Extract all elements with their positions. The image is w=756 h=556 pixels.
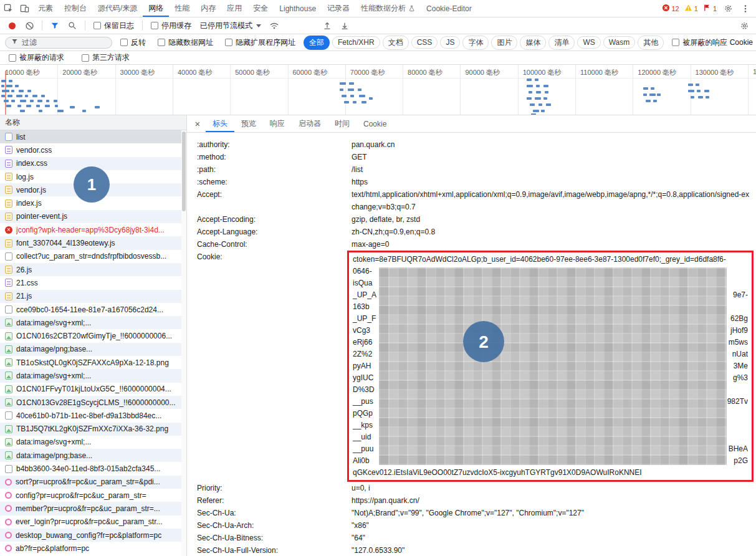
detail-tab[interactable]: 预览 — [234, 115, 263, 132]
filter-pill[interactable]: WS — [577, 36, 600, 49]
request-row[interactable]: data:image/svg+xml;... — [0, 436, 186, 449]
clear-network-log-button[interactable] — [21, 21, 37, 31]
hide-extension-urls-checkbox[interactable]: 隐藏扩展程序网址 — [225, 37, 295, 48]
request-row[interactable]: pointer-event.js — [0, 210, 186, 223]
request-row[interactable]: 26.js — [0, 263, 186, 276]
request-row[interactable]: jconfig?wpk-header=app%3Dcy68jy8t-3i4d..… — [0, 223, 186, 236]
devtools-tab[interactable]: 源代码/来源 — [92, 0, 143, 17]
name-column-header[interactable]: 名称 — [0, 115, 186, 130]
close-detail-button[interactable]: × — [189, 115, 206, 132]
devtools-tab[interactable]: 性能数据分析 — [355, 0, 421, 17]
img-file-icon — [5, 371, 12, 380]
throttling-dropdown[interactable]: 已停用节流模式 — [200, 21, 261, 31]
request-row[interactable]: sort?pr=ucpro&fr=pc&uc_param_str=&pdi... — [0, 476, 186, 489]
disable-cache-checkbox[interactable]: 停用缓存 — [151, 21, 191, 31]
detail-tab[interactable]: 响应 — [263, 115, 292, 132]
request-row[interactable]: data:image/svg+xml;... — [0, 316, 186, 329]
request-row[interactable]: list — [0, 130, 186, 143]
waterfall-activity-dash — [54, 100, 57, 102]
timeline-gridline — [460, 65, 461, 115]
device-toolbar-button[interactable] — [16, 0, 32, 17]
request-row[interactable]: data:image/png;base... — [0, 449, 186, 462]
devtools-tab[interactable]: 安全 — [247, 0, 274, 17]
preserve-log-checkbox[interactable]: 保留日志 — [93, 21, 134, 31]
request-row[interactable]: O1CN01FFvyT01kjLtoUxG5C_!!6000000004... — [0, 383, 186, 396]
filter-pill[interactable]: 清单 — [548, 36, 575, 50]
import-har-button[interactable] — [319, 21, 335, 30]
request-row[interactable]: cce09bc0-1654-11ee-81e7-a167056c2d24... — [0, 303, 186, 316]
devtools-tab[interactable]: Cookie-Editor — [421, 0, 477, 17]
cookie-fragment-right: 3Me — [734, 360, 748, 372]
devtools-tab[interactable]: Lighthouse — [274, 0, 322, 17]
img-file-icon — [5, 438, 12, 446]
invert-filter-checkbox[interactable]: 反转 — [120, 37, 146, 48]
blocked-requests-checkbox[interactable]: 被屏蔽的请求 — [9, 52, 64, 63]
request-row[interactable]: TB1oSkstQL0gK0jSZFAXXcA9pXa-12-18.png — [0, 356, 186, 369]
request-list-scrollbar[interactable] — [181, 130, 186, 556]
inspect-element-button[interactable] — [0, 0, 16, 17]
console-errors-badge[interactable]: 12 — [660, 4, 681, 13]
devtools-tab[interactable]: 元素 — [32, 0, 59, 17]
scrollbar-thumb[interactable] — [182, 132, 186, 211]
filter-pill[interactable]: 文档 — [383, 36, 409, 50]
request-name: ab?fr=pc&platform=pc — [16, 544, 89, 553]
request-row[interactable]: 21.css — [0, 276, 186, 289]
filter-pill[interactable]: JS — [440, 36, 460, 49]
devtools-tab[interactable]: 记录器 — [322, 0, 355, 17]
upload-arrow-icon — [323, 21, 332, 30]
request-detail-panel: × 标头预览响应启动器时间Cookie :authority:pan.quark… — [187, 115, 756, 556]
filter-pill[interactable]: 其他 — [638, 36, 664, 50]
waterfall-activity-dash — [688, 90, 694, 92]
detail-tab[interactable]: Cookie — [356, 115, 393, 132]
export-har-button[interactable] — [337, 21, 353, 30]
request-row[interactable]: collect?uc_param_str=dndsfrpfbibdosvessb… — [0, 250, 186, 263]
filter-input[interactable]: 过滤 — [5, 37, 112, 49]
devtools-tab[interactable]: 内存 — [195, 0, 221, 17]
blocked-response-cookies-checkbox[interactable]: 被屏蔽的响应 Cookie — [672, 37, 753, 48]
detail-tab[interactable]: 时间 — [328, 115, 356, 132]
network-conditions-button[interactable] — [266, 21, 282, 30]
request-row[interactable]: font_3307044_4l139eotewy.js — [0, 236, 186, 249]
hide-data-urls-checkbox[interactable]: 隐藏数据网址 — [158, 37, 213, 48]
request-row[interactable]: data:image/svg+xml;... — [0, 369, 186, 382]
devtools-tab[interactable]: 控制台 — [59, 0, 92, 17]
request-row[interactable]: b4bb3600-34e0-11ed-8bf3-015ab2cfa345... — [0, 462, 186, 475]
request-row[interactable]: TB1J5Q7tKL2gK0jSZFmXXc7iXXa-36-32.png — [0, 423, 186, 436]
devtools-tab[interactable]: 网络 — [143, 0, 169, 17]
detail-tab[interactable]: 启动器 — [292, 115, 328, 132]
filter-pill[interactable]: CSS — [411, 36, 438, 49]
request-row[interactable]: ab?fr=pc&platform=pc — [0, 542, 186, 555]
filter-pill[interactable]: 字体 — [462, 36, 489, 50]
filter-toggle-button[interactable] — [47, 21, 63, 30]
request-row[interactable]: 21.js — [0, 290, 186, 303]
network-settings-button[interactable] — [736, 21, 752, 31]
header-value: https://pan.quark.cn/ — [352, 494, 751, 507]
request-row[interactable]: O1CN016s2CBT20wfGimyTje_!!6000000006... — [0, 329, 186, 342]
request-row[interactable]: desktop_buwang_config?fr=pc&platform=pc — [0, 529, 186, 542]
more-options-button[interactable] — [737, 4, 754, 13]
devtools-tab[interactable]: 应用 — [221, 0, 247, 17]
issues-badge[interactable]: 1 — [701, 4, 719, 13]
request-row[interactable]: vendor.css — [0, 143, 186, 156]
request-row[interactable]: member?pr=ucpro&fr=pc&uc_param_str=... — [0, 502, 186, 515]
filter-pill[interactable]: Fetch/XHR — [332, 36, 380, 49]
request-row[interactable]: ever_login?pr=ucpro&fr=pc&uc_param_str..… — [0, 515, 186, 529]
settings-button[interactable] — [720, 4, 736, 13]
request-row[interactable]: 40ce61b0-b71b-11ec-8bef-d9a13bbd84ec... — [0, 409, 186, 422]
filter-pill[interactable]: 全部 — [304, 36, 330, 50]
request-row[interactable]: data:image/png;base... — [0, 343, 186, 356]
console-warnings-badge[interactable]: 1 — [682, 4, 700, 13]
filter-pill[interactable]: Wasm — [603, 36, 636, 49]
filter-pill[interactable]: 图片 — [491, 36, 517, 50]
search-button[interactable] — [64, 21, 80, 30]
waterfall-activity-dash — [546, 103, 551, 106]
waterfall-activity-dash — [70, 106, 75, 108]
filter-pill[interactable]: 媒体 — [520, 36, 546, 50]
record-network-log-button[interactable] — [4, 22, 20, 29]
third-party-requests-checkbox[interactable]: 第三方请求 — [82, 52, 130, 63]
devtools-tab[interactable]: 性能 — [169, 0, 195, 17]
network-overview-timeline[interactable]: 10000 毫秒20000 毫秒30000 毫秒40000 毫秒50000 毫秒… — [0, 65, 756, 115]
request-row[interactable]: config?pr=ucpro&fr=pc&uc_param_str= — [0, 489, 186, 502]
detail-tab[interactable]: 标头 — [206, 115, 234, 132]
request-row[interactable]: O1CN013Gv28E1gScycjCLMS_!!6000000000... — [0, 396, 186, 409]
